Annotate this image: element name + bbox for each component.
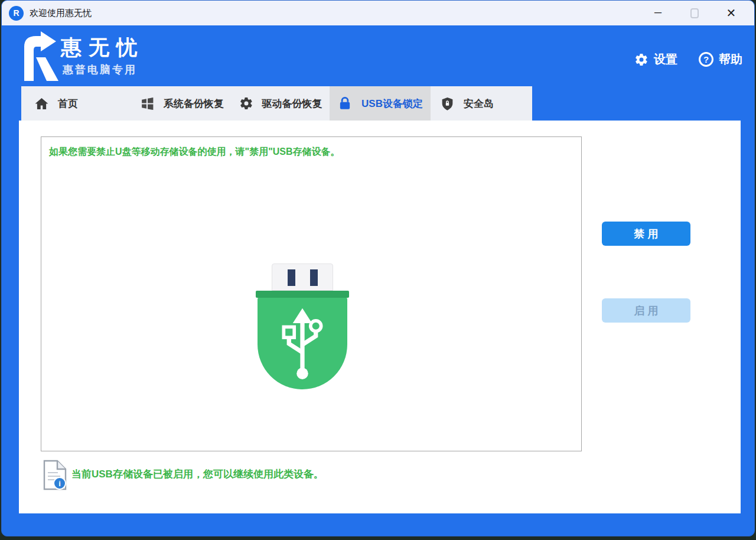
title-bar: R 欢迎使用惠无忧 ─ ✕ [2,1,754,25]
usb-status-box: 如果您需要禁止U盘等移动存储设备的使用，请"禁用"USB存储设备。 [41,136,582,451]
status-text: 当前USB存储设备已被启用，您可以继续使用此类设备。 [71,467,324,481]
tab-usb-lock[interactable]: USB设备锁定 [330,86,431,121]
usb-pin [288,269,295,286]
app-window: R 欢迎使用惠无忧 ─ ✕ 惠无忧 惠普电脑专用 设置 [1,0,755,536]
brand-name: 惠无忧 [61,34,144,61]
instruction-text: 如果您需要禁止U盘等移动存储设备的使用，请"禁用"USB存储设备。 [49,146,340,158]
help-button[interactable]: ? 帮助 [699,51,742,67]
usb-device-graphic [258,264,347,389]
settings-label: 设置 [654,51,677,67]
shield-icon [440,96,455,111]
tab-label: 首页 [58,97,78,110]
enable-button[interactable]: 启用 [602,298,690,323]
tab-security-island[interactable]: 安全岛 [431,86,532,121]
usb-connector-icon [272,264,333,291]
minimize-icon: ─ [654,7,662,19]
content-panel: 如果您需要禁止U盘等移动存储设备的使用，请"禁用"USB存储设备。 [19,121,741,513]
gear-icon [239,96,253,110]
settings-button[interactable]: 设置 [634,51,677,67]
usb-cap [256,291,349,298]
help-label: 帮助 [719,51,742,67]
usb-pin [310,269,318,286]
maximize-button[interactable] [676,1,713,25]
tab-label: 系统备份恢复 [164,97,224,110]
brand-subtitle: 惠普电脑专用 [63,63,137,77]
tab-driver-backup[interactable]: 驱动备份恢复 [232,86,330,121]
tab-system-backup[interactable]: 系统备份恢复 [132,86,232,121]
maximize-icon [690,8,699,18]
window-controls: ─ ✕ [640,1,754,25]
app-icon: R [9,6,24,21]
header-actions: 设置 ? 帮助 [634,51,742,67]
document-info-icon: i [41,460,69,490]
tab-label: USB设备锁定 [361,97,423,110]
tab-label: 驱动备份恢复 [262,97,322,110]
app-header: 惠无忧 惠普电脑专用 设置 ? 帮助 [2,25,754,86]
home-icon [34,96,49,111]
usb-lock-icon [337,96,353,111]
tab-bar: 首页 系统备份恢复 驱动备份恢复 USB设 [21,86,532,121]
brand-logo-icon [18,31,60,81]
close-button[interactable]: ✕ [713,1,750,25]
window-title: 欢迎使用惠无忧 [30,8,92,19]
tab-home[interactable]: 首页 [21,86,132,121]
help-icon: ? [699,52,713,67]
close-icon: ✕ [726,6,737,20]
tab-label: 安全岛 [464,97,494,110]
disable-button[interactable]: 禁用 [602,222,690,246]
windows-icon [140,96,155,111]
minimize-button[interactable]: ─ [640,1,676,25]
gear-icon [634,53,649,67]
usb-symbol-icon [258,297,347,389]
svg-text:i: i [58,479,61,488]
